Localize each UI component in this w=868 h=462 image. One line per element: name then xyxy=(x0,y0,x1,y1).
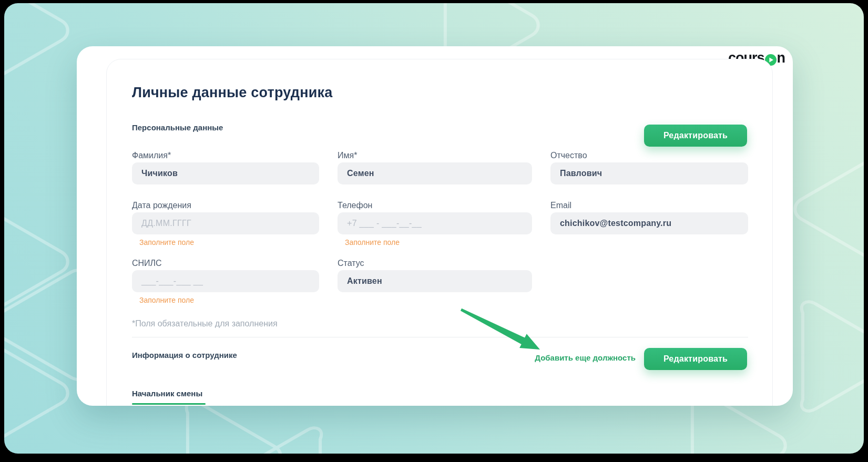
employee-info-section-title: Информация о сотруднике xyxy=(132,351,237,360)
last-name-field: Фамилия* Чичиков xyxy=(132,150,319,184)
active-tab-underline xyxy=(132,403,206,405)
birth-date-field: Дата рождения ДД.ММ.ГГГГ Заполните поле xyxy=(132,200,319,247)
page-title: Личные данные сотрудника xyxy=(132,85,332,101)
employee-card: Личные данные сотрудника Персональные да… xyxy=(106,59,773,406)
snils-label: СНИЛС xyxy=(132,258,319,269)
snils-error: Заполните поле xyxy=(139,296,319,304)
status-field: Статус Активен xyxy=(338,258,532,304)
empty-cell xyxy=(550,258,748,304)
snils-field: СНИЛС ___-___-___ __ Заполните поле xyxy=(132,258,319,304)
add-position-link[interactable]: Добавить еще должность xyxy=(535,353,636,362)
phone-label: Телефон xyxy=(338,200,532,211)
first-name-field: Имя* Семен xyxy=(338,150,532,184)
phone-field: Телефон +7 ___ - ___-__-__ Заполните пол… xyxy=(338,200,532,247)
middle-name-label: Отчество xyxy=(550,150,748,161)
app-window: coursn Личные данные сотрудника Персонал… xyxy=(77,46,793,406)
first-name-input[interactable]: Семен xyxy=(338,162,532,184)
birth-date-label: Дата рождения xyxy=(132,200,319,211)
tab-shift-supervisor[interactable]: Начальник смены xyxy=(132,389,202,398)
birth-date-input[interactable]: ДД.ММ.ГГГГ xyxy=(132,212,319,234)
phone-input[interactable]: +7 ___ - ___-__-__ xyxy=(338,212,532,234)
required-fields-note: *Поля обязательные для заполнения xyxy=(132,319,278,328)
email-input[interactable]: chichikov@testcompany.ru xyxy=(550,212,748,234)
middle-name-input[interactable]: Павлович xyxy=(550,162,748,184)
status-input[interactable]: Активен xyxy=(338,270,532,292)
fields-row-2: Дата рождения ДД.ММ.ГГГГ Заполните поле … xyxy=(132,200,748,247)
last-name-label: Фамилия* xyxy=(132,150,319,161)
status-label: Статус xyxy=(338,258,532,269)
fields-row-1: Фамилия* Чичиков Имя* Семен Отчество Пав… xyxy=(132,150,748,184)
last-name-input[interactable]: Чичиков xyxy=(132,162,319,184)
annotation-arrow-icon xyxy=(456,304,545,354)
middle-name-field: Отчество Павлович xyxy=(550,150,748,184)
birth-date-error: Заполните поле xyxy=(139,238,319,247)
section-divider xyxy=(132,337,748,337)
email-field: Email chichikov@testcompany.ru xyxy=(550,200,748,247)
edit-personal-data-button[interactable]: Редактировать xyxy=(644,125,747,147)
logo-text-right: n xyxy=(777,50,785,66)
fields-row-3: СНИЛС ___-___-___ __ Заполните поле Стат… xyxy=(132,258,748,304)
edit-employee-info-button[interactable]: Редактировать xyxy=(644,348,747,370)
phone-error: Заполните поле xyxy=(345,238,532,247)
personal-data-section-title: Персональные данные xyxy=(132,123,223,132)
snils-input[interactable]: ___-___-___ __ xyxy=(132,270,319,292)
first-name-label: Имя* xyxy=(338,150,532,161)
email-label: Email xyxy=(550,200,748,211)
